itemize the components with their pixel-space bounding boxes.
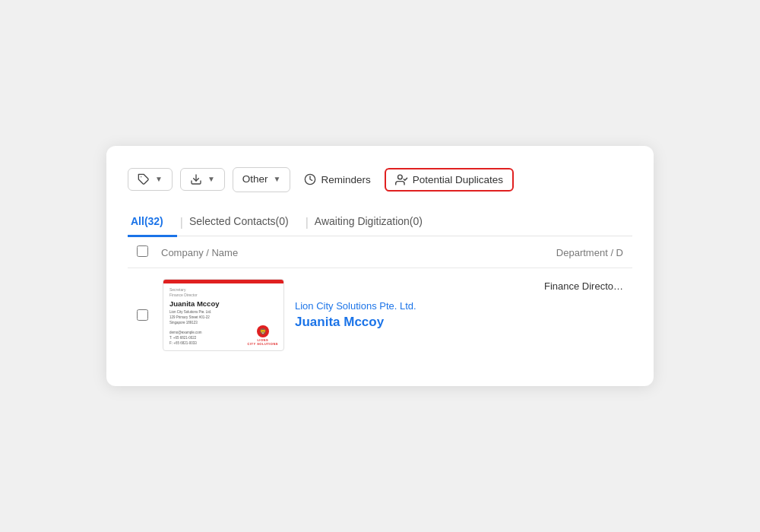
contacts-card: ▼ ▼ Other ▼ Reminders — [106, 146, 654, 386]
tab-awaiting-digitization[interactable]: Awaiting Digitization(0) — [312, 209, 436, 237]
tab-selected-contacts[interactable]: Selected Contacts(0) — [186, 209, 302, 237]
biz-card-logo: 🦁 LIONSCITY SOLUTIONS — [248, 325, 278, 346]
biz-card-body: SecretaryFinance Director Juanita Mccoy … — [163, 283, 283, 350]
lion-logo-icon: 🦁 — [257, 325, 269, 337]
tag-icon — [138, 173, 150, 185]
select-all-checkbox-col — [137, 245, 152, 260]
download-icon — [190, 173, 202, 185]
contact-checkbox[interactable] — [137, 309, 148, 321]
contact-dept: Finance Directo — [544, 279, 623, 292]
tabs-bar: All(32) | Selected Contacts(0) | Awaitin… — [128, 209, 632, 237]
biz-card-title-small: SecretaryFinance Director — [169, 287, 277, 298]
other-button[interactable]: Other ▼ — [233, 167, 291, 192]
col-name-header: Company / Name — [161, 247, 538, 258]
biz-card-name: Juanita Mccoy — [169, 299, 277, 308]
potential-duplicates-label: Potential Duplicates — [413, 174, 503, 185]
table-header: Company / Name Department / D — [128, 236, 632, 268]
col-dept-header: Department / D — [547, 247, 623, 258]
contact-name: Juanita Mccoy — [295, 315, 534, 330]
business-card-thumbnail: SecretaryFinance Director Juanita Mccoy … — [163, 279, 284, 351]
reminders-button[interactable]: Reminders — [298, 169, 376, 190]
contact-info: Lion City Solutions Pte. Ltd. Juanita Mc… — [295, 300, 534, 330]
clock-icon — [304, 173, 316, 185]
lions-brand-text: LIONSCITY SOLUTIONS — [248, 338, 278, 346]
select-all-checkbox[interactable] — [137, 245, 148, 257]
reminders-label: Reminders — [321, 174, 370, 185]
tags-button[interactable]: ▼ — [128, 168, 173, 191]
potential-duplicates-button[interactable]: Potential Duplicates — [385, 168, 514, 192]
contact-row-checkbox-col — [137, 309, 152, 321]
tab-all[interactable]: All(32) — [128, 209, 177, 237]
download-button[interactable]: ▼ — [180, 168, 225, 191]
toolbar: ▼ ▼ Other ▼ Reminders — [128, 167, 632, 192]
duplicate-person-icon — [395, 173, 408, 186]
svg-point-3 — [397, 175, 402, 179]
other-label: Other — [242, 173, 268, 187]
contact-row: SecretaryFinance Director Juanita Mccoy … — [128, 268, 632, 362]
contact-company: Lion City Solutions Pte. Ltd. — [295, 300, 534, 312]
